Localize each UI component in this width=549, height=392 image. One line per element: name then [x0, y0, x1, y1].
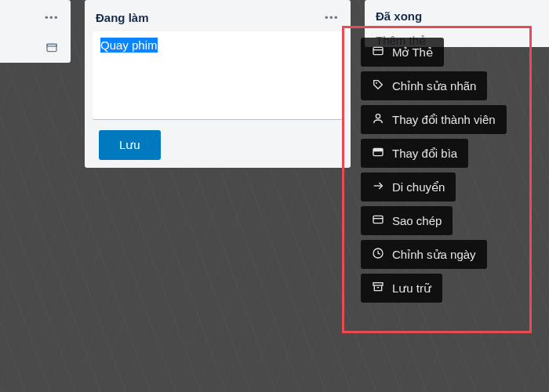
- ctx-archive[interactable]: Lưu trữ: [361, 274, 442, 303]
- list-column-doing: Đang làm ••• Quay phim Lưu: [85, 0, 351, 168]
- tag-icon: [372, 78, 384, 93]
- more-icon[interactable]: •••: [324, 9, 340, 25]
- user-icon: [372, 112, 384, 127]
- arrow-icon: [372, 180, 384, 194]
- list-column-prev: •••: [0, 0, 71, 63]
- svg-point-5: [376, 114, 380, 118]
- svg-rect-9: [373, 216, 383, 223]
- svg-point-4: [376, 82, 377, 84]
- ctx-open-card[interactable]: Mở Thẻ: [361, 38, 444, 67]
- list-title[interactable]: Đã xong: [376, 9, 422, 23]
- ctx-move[interactable]: Di chuyển: [361, 172, 456, 201]
- more-icon[interactable]: •••: [44, 9, 60, 25]
- ctx-label: Sao chép: [392, 214, 442, 227]
- save-button[interactable]: Lưu: [99, 130, 161, 160]
- ctx-label: Lưu trữ: [392, 281, 431, 296]
- card-icon: [372, 45, 384, 60]
- list-title[interactable]: Đang làm: [96, 11, 149, 24]
- ctx-copy[interactable]: Sao chép: [361, 206, 453, 235]
- card-editor[interactable]: Quay phim: [93, 31, 343, 119]
- template-icon[interactable]: [44, 41, 60, 55]
- ctx-label: Thay đổi thành viên: [392, 113, 496, 127]
- ctx-change-cover[interactable]: Thay đổi bìa: [361, 139, 468, 168]
- ctx-label: Chỉnh sửa ngày: [392, 248, 476, 262]
- ctx-label: Mở Thẻ: [392, 45, 433, 60]
- svg-rect-2: [373, 47, 383, 54]
- ctx-label: Di chuyển: [392, 180, 445, 194]
- svg-rect-7: [373, 148, 383, 151]
- card-context-menu: Mở ThẻChỉnh sửa nhãnThay đổi thành viênT…: [361, 38, 507, 303]
- cover-icon: [372, 146, 384, 161]
- ctx-edit-dates[interactable]: Chỉnh sửa ngày: [361, 240, 487, 269]
- svg-rect-0: [47, 44, 56, 51]
- svg-rect-1: [47, 44, 56, 46]
- card-text-selected[interactable]: Quay phim: [100, 38, 158, 53]
- archive-icon: [372, 281, 384, 296]
- ctx-edit-labels[interactable]: Chỉnh sửa nhãn: [361, 71, 487, 100]
- ctx-change-members[interactable]: Thay đổi thành viên: [361, 105, 507, 134]
- card-icon: [372, 213, 384, 228]
- ctx-label: Chỉnh sửa nhãn: [392, 79, 476, 93]
- ctx-label: Thay đổi bìa: [392, 147, 457, 161]
- svg-rect-12: [373, 283, 383, 285]
- clock-icon: [372, 247, 384, 262]
